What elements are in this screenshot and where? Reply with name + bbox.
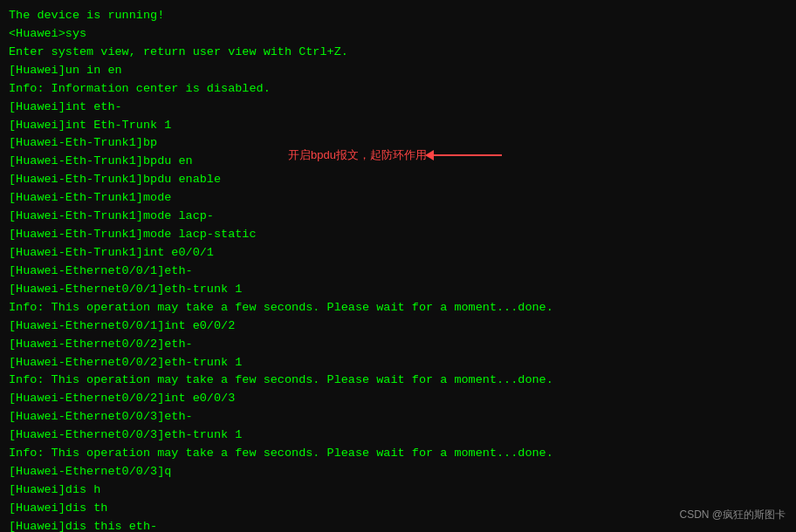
terminal-line: [Huawei]dis this eth-	[9, 518, 787, 532]
terminal-line: The device is running!	[9, 7, 787, 25]
terminal-line: [Huawei-Ethernet0/0/3]q	[9, 463, 787, 481]
terminal-line: [Huawei-Eth-Trunk1]mode lacp-	[9, 208, 787, 226]
terminal-line: Info: This operation may take a few seco…	[9, 372, 787, 390]
terminal-line: Enter system view, return user view with…	[9, 44, 787, 62]
annotation-text: 开启bpdu报文，起防环作用	[288, 147, 427, 164]
terminal-line: [Huawei-Eth-Trunk1]int e0/0/1	[9, 244, 787, 263]
terminal-line: [Huawei-Ethernet0/0/1]eth-trunk 1	[9, 281, 787, 299]
terminal-window: The device is running!<Huawei>sysEnter s…	[0, 0, 796, 532]
terminal-line: [Huawei-Ethernet0/0/3]eth-	[9, 408, 787, 426]
terminal-line: [Huawei-Ethernet0/0/3]eth-trunk 1	[9, 426, 787, 445]
terminal-line: <Huawei>sys	[9, 25, 787, 44]
terminal-line: [Huawei]int eth-	[9, 99, 787, 117]
terminal-line: Info: Information center is disabled.	[9, 80, 787, 99]
terminal-line: [Huawei-Ethernet0/0/1]int e0/0/2	[9, 317, 787, 336]
terminal-line: [Huawei-Ethernet0/0/2]eth-trunk 1	[9, 354, 787, 372]
terminal-line: [Huawei-Ethernet0/0/2]eth-	[9, 336, 787, 354]
terminal-line: [Huawei-Ethernet0/0/2]int e0/0/3	[9, 390, 787, 408]
terminal-line: [Huawei]un in en	[9, 62, 787, 80]
terminal-line: [Huawei-Eth-Trunk1]mode lacp-static	[9, 226, 787, 244]
terminal-line: [Huawei]dis h	[9, 481, 787, 500]
terminal-line: Info: This operation may take a few seco…	[9, 299, 787, 317]
terminal-line: [Huawei-Eth-Trunk1]bpdu enable	[9, 171, 787, 189]
terminal-line: [Huawei]int Eth-Trunk 1	[9, 117, 787, 135]
watermark: CSDN @疯狂的斯图卡	[679, 507, 786, 523]
terminal-line: Info: This operation may take a few seco…	[9, 445, 787, 463]
terminal-line: [Huawei]dis th	[9, 500, 787, 518]
terminal-line: [Huawei-Eth-Trunk1]mode	[9, 189, 787, 208]
annotation: 开启bpdu报文，起防环作用	[288, 147, 502, 164]
terminal-line: [Huawei-Ethernet0/0/1]eth-	[9, 263, 787, 281]
